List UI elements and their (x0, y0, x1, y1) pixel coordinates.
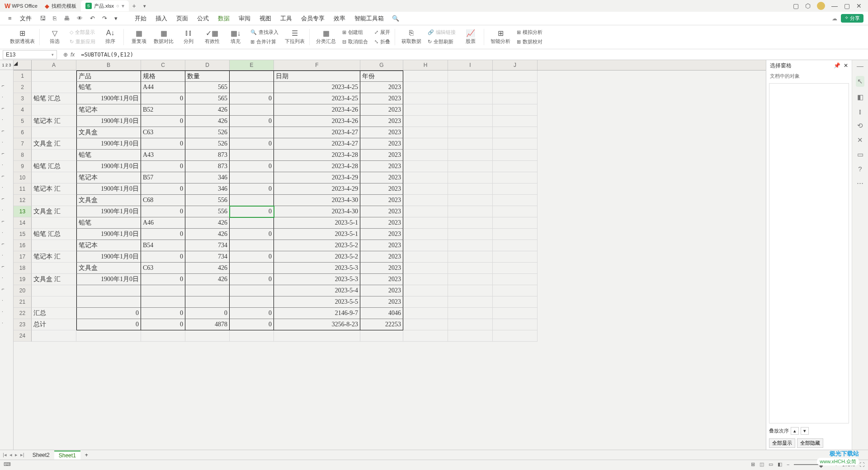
cell[interactable]: 556 (185, 206, 230, 217)
cell[interactable]: C63 (141, 263, 185, 274)
panel-icon[interactable]: ▢ (793, 2, 799, 9)
cell[interactable] (230, 104, 274, 116)
close-pane-icon[interactable]: ✕ (844, 62, 848, 69)
cell[interactable] (448, 82, 493, 93)
cell[interactable] (360, 330, 403, 342)
cell[interactable] (493, 308, 538, 319)
cell[interactable] (230, 195, 274, 206)
cell[interactable]: B57 (141, 172, 185, 183)
cell[interactable]: 2023-4-27 (274, 138, 360, 150)
cell[interactable]: 文具盒 汇 (32, 138, 76, 150)
cell[interactable] (32, 263, 76, 274)
row-header[interactable]: 7 (14, 138, 32, 150)
cell[interactable]: 笔记本 (76, 240, 141, 251)
cell[interactable] (403, 172, 448, 183)
cell[interactable] (403, 195, 448, 206)
cell[interactable] (32, 70, 76, 82)
row-header[interactable]: 21 (14, 296, 32, 308)
outline-mark[interactable]: ⌐ (2, 83, 5, 88)
cell[interactable] (448, 93, 493, 104)
cell[interactable] (493, 161, 538, 172)
tools-icon[interactable]: ✕ (857, 136, 863, 144)
cell[interactable]: 0 (230, 93, 274, 104)
outline-mark[interactable]: ⌐ (2, 287, 5, 291)
cell[interactable] (32, 150, 76, 161)
row-header[interactable]: 5 (14, 116, 32, 127)
cell[interactable]: 2023-5-1 (274, 229, 360, 240)
row-header[interactable]: 3 (14, 93, 32, 104)
cell[interactable] (448, 319, 493, 330)
col-header-H[interactable]: H (403, 60, 448, 70)
cell[interactable]: B52 (141, 104, 185, 116)
cell[interactable] (493, 330, 538, 342)
outline-column[interactable]: 1 2 3 ⌐·⌐·⌐·⌐·⌐·⌐·⌐·⌐·⌐·⌐··· (0, 60, 14, 450)
outline-mark[interactable]: ⌐ (2, 241, 5, 246)
cell[interactable]: 2023-4-25 (274, 82, 360, 93)
name-box[interactable]: E13▾ (3, 50, 57, 59)
zoom-out-icon[interactable]: − (787, 462, 789, 467)
cell[interactable] (493, 116, 538, 127)
pivot-button[interactable]: ⊞数据透视表 (10, 29, 35, 45)
cell[interactable] (141, 285, 185, 296)
keyboard-icon[interactable]: ⌨ (4, 461, 11, 467)
menu-view[interactable]: 视图 (255, 14, 276, 23)
cell[interactable]: 2023 (360, 150, 403, 161)
cell[interactable] (448, 150, 493, 161)
getdata-button[interactable]: ⎘获取数据 (401, 29, 421, 45)
print-icon[interactable]: 🖶 (60, 15, 73, 22)
pin-icon[interactable]: 📌 (834, 62, 840, 69)
sort-button[interactable]: A↓排序 (102, 29, 119, 45)
row-header[interactable]: 13 (14, 206, 32, 217)
select-all-corner[interactable]: ◢ (14, 60, 32, 70)
maximize-icon[interactable]: ▢ (844, 2, 850, 9)
tab-close-icon[interactable]: ▾ (122, 3, 124, 9)
cell[interactable]: 0 (230, 183, 274, 195)
cell[interactable]: 0 (230, 251, 274, 263)
collapse-button[interactable]: ⤡ 折叠 (374, 38, 390, 45)
cell[interactable]: 2023-5-2 (274, 240, 360, 251)
cell[interactable] (32, 195, 76, 206)
row-header[interactable]: 24 (14, 330, 32, 342)
cube-icon[interactable]: ⬡ (805, 2, 811, 9)
add-tab-button[interactable]: + (129, 2, 140, 9)
outline-mark[interactable]: · (2, 140, 3, 145)
cell[interactable]: 笔记本 (76, 172, 141, 183)
cell[interactable] (32, 330, 76, 342)
doc-tab-template[interactable]: ◆ 找稻壳模板 (40, 0, 81, 11)
cell[interactable]: 426 (185, 217, 230, 229)
row-header[interactable]: 23 (14, 319, 32, 330)
col-header-F[interactable]: F (274, 60, 360, 70)
outline-mark[interactable]: · (2, 275, 3, 280)
cell[interactable]: 0 (141, 183, 185, 195)
cell[interactable]: 2023-4-30 (274, 195, 360, 206)
zoom-value[interactable]: 175% (842, 462, 855, 467)
chart-icon[interactable]: ⫿ (859, 108, 862, 115)
cell[interactable] (403, 285, 448, 296)
cell[interactable]: 2023 (360, 229, 403, 240)
user-avatar[interactable] (817, 2, 825, 10)
redo-icon[interactable]: ↷ (99, 15, 111, 22)
cell[interactable] (493, 195, 538, 206)
cell[interactable] (230, 330, 274, 342)
first-sheet-icon[interactable]: |◂ (3, 452, 7, 458)
cell[interactable]: 0 (230, 319, 274, 330)
cell[interactable] (230, 217, 274, 229)
move-up-icon[interactable]: ▴ (791, 427, 799, 435)
cell[interactable] (230, 172, 274, 183)
col-header-E[interactable]: E (230, 60, 274, 70)
cell[interactable]: 产品 (76, 70, 141, 82)
cell[interactable]: 565 (185, 82, 230, 93)
outline-mark[interactable]: · (2, 207, 3, 212)
more-icon[interactable]: ⋯ (857, 179, 863, 187)
cell[interactable]: 734 (185, 240, 230, 251)
cell[interactable]: 1900年1月0日 (76, 229, 141, 240)
cell[interactable] (493, 319, 538, 330)
move-down-icon[interactable]: ▾ (801, 427, 809, 435)
cell[interactable]: 2023-5-3 (274, 274, 360, 285)
cell[interactable]: 0 (141, 206, 185, 217)
view-page-icon[interactable]: ◫ (760, 461, 764, 467)
cell[interactable] (230, 285, 274, 296)
row-header[interactable]: 4 (14, 104, 32, 116)
cell[interactable] (403, 229, 448, 240)
cell[interactable]: 526 (185, 127, 230, 138)
